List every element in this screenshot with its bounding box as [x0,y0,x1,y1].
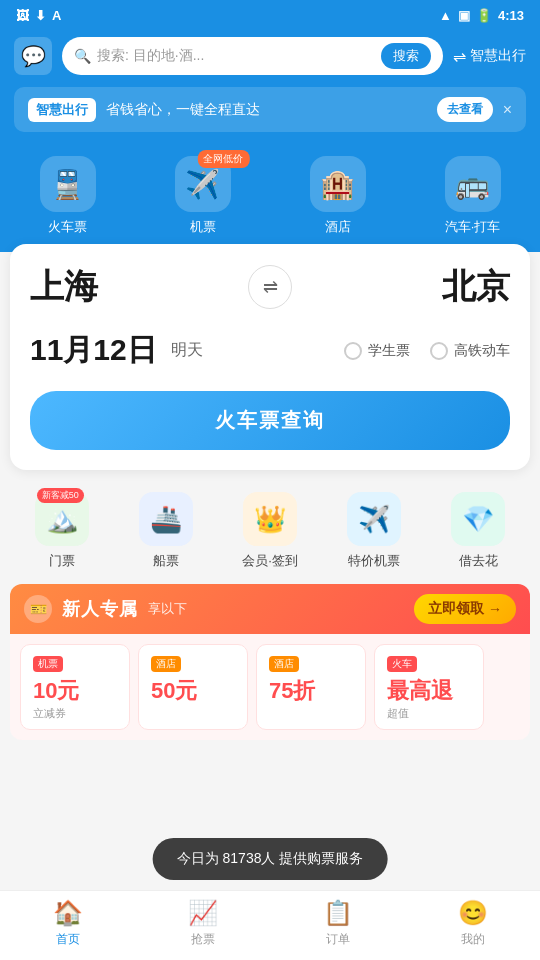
bottom-nav: 🏠 首页 📈 抢票 📋 订单 😊 我的 [0,890,540,960]
promo-card-amount-hotel2: 75折 [269,676,353,706]
quick-member[interactable]: 👑 会员·签到 [242,492,298,570]
smart-travel-label: 智慧出行 [470,47,526,65]
download-icon: ⬇ [35,8,46,23]
promo-cta-label: 立即领取 [428,600,484,618]
banner-cta-button[interactable]: 去查看 [437,97,493,122]
quick-ferry[interactable]: 🚢 船票 [139,492,193,570]
promo-card-tag-train: 火车 [387,656,417,672]
battery-icon: 🔋 [476,8,492,23]
swap-cities-button[interactable]: ⇌ [248,265,292,309]
promo-cards-row: 机票 10元 立减券 酒店 50元 酒店 75折 火车 最高退 超值 [10,634,530,740]
gaotie-option[interactable]: 高铁动车 [430,342,510,360]
header: 💬 🔍 搜索: 目的地·酒... 搜索 ⇌ 智慧出行 [0,29,540,87]
chat-icon-button[interactable]: 💬 [14,37,52,75]
smart-travel-button[interactable]: ⇌ 智慧出行 [453,47,526,66]
loan-icon: 💎 [451,492,505,546]
bottom-nav-home[interactable]: 🏠 首页 [38,899,98,948]
status-right-icons: ▲ ▣ 🔋 4:13 [439,8,524,23]
train-search-card: 上海 ⇌ 北京 11月12日 明天 学生票 高铁动车 火车票查询 [10,244,530,470]
student-ticket-option[interactable]: 学生票 [344,342,410,360]
quick-loan[interactable]: 💎 借去花 [451,492,505,570]
discount-flight-label: 特价机票 [348,552,400,570]
grab-icon: 📈 [188,899,218,927]
search-bar[interactable]: 🔍 搜索: 目的地·酒... 搜索 [62,37,443,75]
banner-close-button[interactable]: × [503,101,512,119]
swap-icon: ⇌ [453,47,466,66]
ticket-icon: 🎫 [30,601,47,617]
search-button[interactable]: 搜索 [381,43,431,69]
gaotie-radio[interactable] [430,342,448,360]
student-label: 学生票 [368,342,410,360]
promo-card-tag-flight: 机票 [33,656,63,672]
promo-cta-button[interactable]: 立即领取 → [414,594,516,624]
status-left-icons: 🖼 ⬇ A [16,8,61,23]
profile-icon: 😊 [458,899,488,927]
bottom-nav-profile[interactable]: 😊 我的 [443,899,503,948]
toast-message: 今日为 81738人 提供购票服务 [153,838,388,880]
nav-train[interactable]: 🚆 火车票 [40,156,96,236]
promo-card-tag-hotel2: 酒店 [269,656,299,672]
quick-discount-flight[interactable]: ✈️ 特价机票 [347,492,401,570]
gaotie-label: 高铁动车 [454,342,510,360]
member-icon: 👑 [243,492,297,546]
student-radio[interactable] [344,342,362,360]
bottom-nav-orders[interactable]: 📋 订单 [308,899,368,948]
promo-subtitle: 享以下 [148,600,404,618]
grab-label: 抢票 [191,931,215,948]
promo-card-desc-train: 超值 [387,706,471,721]
promo-card-tag-hotel1: 酒店 [151,656,181,672]
nav-flight[interactable]: ✈️ 全网低价 机票 [175,156,231,236]
promo-card-desc-flight: 立减券 [33,706,117,721]
quick-scenic[interactable]: 新客减50 🏔️ 门票 [35,492,89,570]
wifi-icon: ▲ [439,8,452,23]
promo-card-hotel2[interactable]: 酒店 75折 [256,644,366,730]
translate-icon: A [52,8,61,23]
scenic-badge: 新客减50 [37,488,84,503]
nav-hotel[interactable]: 🏨 酒店 [310,156,366,236]
nav-bus[interactable]: 🚌 汽车·打车 [445,156,501,236]
time-display: 4:13 [498,8,524,23]
toast-text: 今日为 81738人 提供购票服务 [177,850,364,866]
promo-card-flight[interactable]: 机票 10元 立减券 [20,644,130,730]
quick-access-row: 新客减50 🏔️ 门票 🚢 船票 👑 会员·签到 ✈️ 特价机票 💎 借去花 [0,478,540,580]
chat-icon: 💬 [21,44,46,68]
search-train-button[interactable]: 火车票查询 [30,391,510,450]
gallery-icon: 🖼 [16,8,29,23]
hotel-label: 酒店 [325,218,351,236]
signal-icon: ▣ [458,8,470,23]
status-bar: 🖼 ⬇ A ▲ ▣ 🔋 4:13 [0,0,540,29]
promo-banner: 智慧出行 省钱省心，一键全程直达 去查看 × [0,87,540,146]
train-icon: 🚆 [40,156,96,212]
home-label: 首页 [56,931,80,948]
swap-icon: ⇌ [263,276,278,298]
new-user-promo: 🎫 新人专属 享以下 立即领取 → 机票 10元 立减券 酒店 50元 酒店 7 [10,584,530,740]
bus-label: 汽车·打车 [445,218,501,236]
discount-flight-icon: ✈️ [347,492,401,546]
profile-label: 我的 [461,931,485,948]
promo-header: 🎫 新人专属 享以下 立即领取 → [10,584,530,634]
scenic-label: 门票 [49,552,75,570]
date-row: 11月12日 明天 学生票 高铁动车 [30,330,510,371]
promo-title: 新人专属 [62,597,138,621]
from-city[interactable]: 上海 [30,264,98,310]
ferry-icon: 🚢 [139,492,193,546]
promo-card-hotel1[interactable]: 酒店 50元 [138,644,248,730]
loan-label: 借去花 [459,552,498,570]
banner-tag: 智慧出行 [28,98,96,122]
date-picker[interactable]: 11月12日 [30,330,157,371]
ferry-label: 船票 [153,552,179,570]
orders-label: 订单 [326,931,350,948]
to-city[interactable]: 北京 [442,264,510,310]
search-placeholder-text: 搜索: 目的地·酒... [97,47,375,65]
home-icon: 🏠 [53,899,83,927]
bottom-nav-grab[interactable]: 📈 抢票 [173,899,233,948]
date-sub-label: 明天 [171,340,203,361]
flight-label: 机票 [190,218,216,236]
hotel-icon: 🏨 [310,156,366,212]
promo-card-train[interactable]: 火车 最高退 超值 [374,644,484,730]
search-icon: 🔍 [74,48,91,64]
bus-icon: 🚌 [445,156,501,212]
member-label: 会员·签到 [242,552,298,570]
promo-cta-arrow: → [488,601,502,617]
banner-text: 省钱省心，一键全程直达 [106,101,427,119]
